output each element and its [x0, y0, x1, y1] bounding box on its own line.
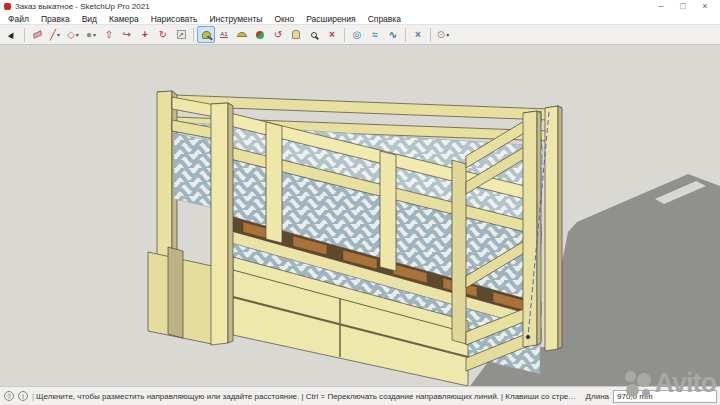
- model-scene: [0, 45, 720, 386]
- eraser-tool[interactable]: [28, 26, 46, 43]
- protractor-icon: [237, 32, 247, 37]
- toolbar-separator: [405, 28, 406, 42]
- menu-extensions[interactable]: Расширения: [300, 14, 361, 24]
- maximize-button[interactable]: □: [672, 0, 694, 13]
- tape-measure-tool[interactable]: [197, 26, 215, 43]
- circle-icon: ●: [86, 30, 92, 40]
- menu-bar: Файл Правка Вид Камера Нарисовать Инстру…: [0, 13, 720, 25]
- context-info-icon[interactable]: i: [18, 391, 28, 401]
- toolbar-separator: [24, 28, 25, 42]
- menu-draw[interactable]: Нарисовать: [145, 14, 204, 24]
- scale-tool[interactable]: ↗: [172, 26, 190, 43]
- help-icon[interactable]: ?: [4, 391, 14, 401]
- extension-tool-4[interactable]: ×: [409, 26, 427, 43]
- shapes-tool[interactable]: ◇ ▾: [64, 26, 82, 43]
- status-bar: ? i | Щелкните, чтобы разместить направл…: [0, 386, 720, 405]
- toolbar-separator: [344, 28, 345, 42]
- sign-in-button[interactable]: ⊙ ▾: [434, 26, 452, 43]
- toolbar-separator: [193, 28, 194, 42]
- axes-icon: [256, 31, 264, 39]
- rotate-icon: ↻: [159, 30, 167, 40]
- pan-tool[interactable]: [287, 26, 305, 43]
- chevron-down-icon[interactable]: ▾: [446, 31, 449, 38]
- shapes-icon: ◇: [67, 30, 75, 40]
- close-button[interactable]: ×: [694, 0, 716, 13]
- push-pull-tool[interactable]: ⇧: [100, 26, 118, 43]
- extension-tool-2[interactable]: ≈: [366, 26, 384, 43]
- extension-tool-1[interactable]: ◎: [348, 26, 366, 43]
- pan-icon: [292, 30, 300, 39]
- menu-file[interactable]: Файл: [2, 14, 35, 24]
- follow-me-tool[interactable]: ↪: [118, 26, 136, 43]
- move-icon: +: [142, 30, 148, 40]
- dimension-icon: A1: [220, 31, 227, 38]
- bed-model: [148, 91, 562, 386]
- select-tool[interactable]: ►: [3, 26, 21, 43]
- length-label: Длина: [586, 392, 609, 401]
- circle-tool[interactable]: ● ▾: [82, 26, 100, 43]
- window-title: Заказ выкатное - SketchUp Pro 2021: [15, 2, 150, 11]
- zoom-tool[interactable]: [305, 26, 323, 43]
- menu-view[interactable]: Вид: [76, 14, 103, 24]
- sketchup-logo-icon: [4, 3, 11, 10]
- menu-camera[interactable]: Камера: [103, 14, 145, 24]
- scale-icon: ↗: [177, 30, 186, 39]
- line-icon: ╱: [50, 30, 56, 40]
- orbit-tool[interactable]: ↺: [269, 26, 287, 43]
- minimize-button[interactable]: –: [650, 0, 672, 13]
- protractor-tool[interactable]: [233, 26, 251, 43]
- menu-tools[interactable]: Инструменты: [203, 14, 268, 24]
- guide-endpoint: [526, 335, 531, 340]
- status-divider: |: [32, 392, 34, 401]
- zoom-icon: [311, 32, 317, 38]
- extension-icon-3: ∿: [389, 30, 397, 40]
- line-tool[interactable]: ╱ ▾: [46, 26, 64, 43]
- menu-help[interactable]: Справка: [362, 14, 407, 24]
- tape-measure-icon: [202, 31, 211, 39]
- zoom-extents-icon: ×: [329, 30, 335, 40]
- push-pull-icon: ⇧: [105, 30, 113, 40]
- menu-window[interactable]: Окно: [268, 14, 300, 24]
- move-tool[interactable]: +: [136, 26, 154, 43]
- toolbar-separator: [430, 28, 431, 42]
- title-bar: Заказ выкатное - SketchUp Pro 2021 – □ ×: [0, 0, 720, 13]
- toolbar: ► ╱ ▾ ◇ ▾ ● ▾ ⇧ ↪ + ↻ ↗: [0, 25, 720, 45]
- follow-me-icon: ↪: [123, 30, 131, 40]
- chevron-down-icon[interactable]: ▾: [76, 31, 79, 38]
- orbit-icon: ↺: [274, 30, 282, 40]
- axes-tool[interactable]: [251, 26, 269, 43]
- extension-icon-4: ×: [415, 30, 421, 40]
- dimension-tool[interactable]: A1: [215, 26, 233, 43]
- user-icon: ⊙: [437, 30, 445, 40]
- measurement-input[interactable]: 970,0 mm: [613, 390, 717, 403]
- rotate-tool[interactable]: ↻: [154, 26, 172, 43]
- status-hint: Щелкните, чтобы разместить направляющую …: [36, 392, 580, 401]
- menu-edit[interactable]: Правка: [35, 14, 76, 24]
- viewport-canvas[interactable]: [0, 45, 720, 386]
- extension-icon-2: ≈: [372, 30, 378, 40]
- window-controls: – □ ×: [650, 0, 716, 13]
- chevron-down-icon[interactable]: ▾: [57, 31, 60, 38]
- chevron-down-icon[interactable]: ▾: [93, 31, 96, 38]
- eraser-icon: [32, 30, 41, 39]
- extension-tool-3[interactable]: ∿: [384, 26, 402, 43]
- zoom-extents-tool[interactable]: ×: [323, 26, 341, 43]
- sketchup-window: Заказ выкатное - SketchUp Pro 2021 – □ ×…: [0, 0, 720, 405]
- extension-icon-1: ◎: [353, 30, 362, 40]
- select-icon: ►: [5, 28, 19, 42]
